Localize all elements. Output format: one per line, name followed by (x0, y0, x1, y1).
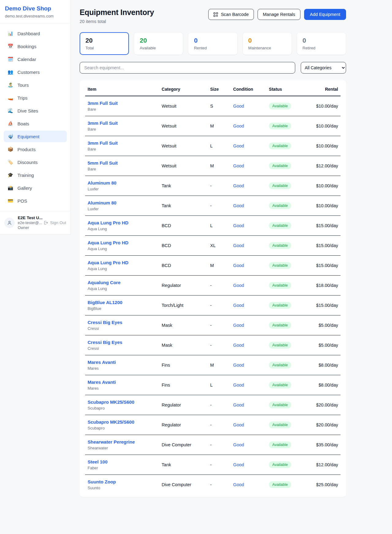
item-name-link[interactable]: Shearwater Peregrine (88, 439, 157, 444)
stat-card-available[interactable]: 20Available (134, 32, 183, 55)
sidebar-item-pos[interactable]: 💳POS (4, 195, 67, 207)
speedboat-icon: 🚤 (7, 95, 13, 101)
item-name-link[interactable]: Aqua Lung Pro HD (88, 260, 157, 265)
stat-card-retired[interactable]: 0Retired (297, 32, 346, 55)
item-condition-link[interactable]: Good (233, 303, 244, 308)
sidebar-item-gallery[interactable]: 📸Gallery (4, 182, 67, 194)
stat-card-total[interactable]: 20Total (80, 32, 129, 55)
item-condition-link[interactable]: Good (233, 462, 244, 467)
item-brand: Mares (88, 366, 157, 371)
sidebar-item-calendar[interactable]: 🗓️Calendar (4, 53, 67, 65)
item-condition-link[interactable]: Good (233, 163, 244, 168)
item-brand: Faber (88, 466, 157, 470)
column-header-size: Size (208, 82, 231, 96)
sidebar-item-label: Dive Sites (17, 108, 38, 113)
sidebar-item-label: Gallery (17, 185, 32, 191)
search-input[interactable] (80, 62, 295, 74)
sidebar-item-label: Discounts (17, 160, 38, 165)
item-name-link[interactable]: Aqua Lung Pro HD (88, 240, 157, 245)
sidebar-item-discounts[interactable]: 🏷️Discounts (4, 156, 67, 168)
item-condition-link[interactable]: Good (233, 482, 244, 487)
scan-barcode-button[interactable]: Scan Barcode (208, 9, 254, 20)
avatar (4, 218, 15, 228)
item-brand: Luxfer (88, 207, 157, 211)
item-condition-link[interactable]: Good (233, 283, 244, 288)
table-row: Steel 100FaberTank-GoodAvailable$12.00/d… (85, 455, 341, 475)
item-name-link[interactable]: Aluminum 80 (88, 200, 157, 205)
sidebar-item-customers[interactable]: 👥Customers (4, 66, 67, 78)
item-name-link[interactable]: Steel 100 (88, 459, 157, 464)
stat-card-rented[interactable]: 0Rented (188, 32, 237, 55)
item-condition-link[interactable]: Good (233, 363, 244, 368)
item-condition-link[interactable]: Good (233, 323, 244, 328)
manage-rentals-button[interactable]: Manage Rentals (258, 9, 300, 20)
item-name-link[interactable]: Mares Avanti (88, 360, 157, 365)
item-rental-price: $12.00/day (305, 156, 341, 176)
add-equipment-button[interactable]: Add Equipment (304, 9, 346, 20)
item-category: Torch/Light (159, 296, 208, 315)
sidebar-item-tours[interactable]: 🏝️Tours (4, 79, 67, 91)
item-brand: Scubapro (88, 406, 157, 410)
status-badge: Available (269, 322, 291, 329)
item-name-link[interactable]: Scubapro MK25/S600 (88, 419, 157, 425)
item-brand: Aqua Lung (88, 227, 157, 231)
item-condition-link[interactable]: Good (233, 402, 244, 407)
sidebar-item-dashboard[interactable]: 📊Dashboard (4, 28, 67, 39)
sidebar-item-trips[interactable]: 🚤Trips (4, 92, 67, 104)
table-row: 3mm Full SuitBareWetsuitSGoodAvailable$1… (85, 96, 341, 116)
sidebar-item-boats[interactable]: ⛵Boats (4, 118, 67, 129)
table-row: Aqua Lung Pro HDAqua LungBCDLGoodAvailab… (85, 216, 341, 236)
sign-out-button[interactable]: Sign Out (43, 220, 66, 225)
item-name-link[interactable]: 3mm Full Suit (88, 140, 157, 146)
item-condition-link[interactable]: Good (233, 124, 244, 128)
item-category: Tank (159, 176, 208, 196)
item-brand: Aqua Lung (88, 286, 157, 291)
item-condition-link[interactable]: Good (233, 422, 244, 427)
item-condition-link[interactable]: Good (233, 442, 244, 447)
item-name-link[interactable]: Aqualung Core (88, 280, 157, 285)
item-name-link[interactable]: Aluminum 80 (88, 180, 157, 185)
item-size: - (208, 296, 231, 315)
sidebar-item-label: Tours (17, 82, 29, 88)
item-condition-link[interactable]: Good (233, 263, 244, 268)
item-name-link[interactable]: Cressi Big Eyes (88, 340, 157, 345)
item-condition-link[interactable]: Good (233, 383, 244, 387)
item-name-link[interactable]: 5mm Full Suit (88, 160, 157, 166)
item-rental-price: $15.00/day (305, 256, 341, 276)
item-name-link[interactable]: 3mm Full Suit (88, 101, 157, 106)
item-name-link[interactable]: Cressi Big Eyes (88, 320, 157, 325)
sidebar-item-training[interactable]: 🎓Training (4, 169, 67, 181)
item-category: BCD (159, 236, 208, 256)
item-brand: Shearwater (88, 446, 157, 450)
stat-value: 20 (85, 37, 123, 44)
item-size: M (208, 156, 231, 176)
status-badge: Available (269, 103, 291, 109)
stat-card-maintenance[interactable]: 0Maintenance (243, 32, 292, 55)
stat-label: Total (85, 46, 123, 50)
item-condition-link[interactable]: Good (233, 104, 244, 109)
item-condition-link[interactable]: Good (233, 243, 244, 248)
item-rental-price: $10.00/day (305, 176, 341, 196)
table-row: Aluminum 80LuxferTank-GoodAvailable$10.0… (85, 196, 341, 216)
item-condition-link[interactable]: Good (233, 183, 244, 188)
item-name-link[interactable]: Mares Avanti (88, 380, 157, 385)
sidebar-item-equipment[interactable]: 🤿Equipment (4, 131, 67, 142)
item-category: Dive Computer (159, 435, 208, 455)
sidebar-item-dive-sites[interactable]: 🌊Dive Sites (4, 105, 67, 116)
item-condition-link[interactable]: Good (233, 203, 244, 208)
item-name-link[interactable]: BigBlue AL1200 (88, 300, 157, 305)
item-condition-link[interactable]: Good (233, 223, 244, 228)
item-condition-link[interactable]: Good (233, 143, 244, 148)
table-row: Aluminum 80LuxferTank-GoodAvailable$10.0… (85, 176, 341, 196)
table-row: Shearwater PeregrineShearwaterDive Compu… (85, 435, 341, 455)
sidebar-item-bookings[interactable]: 📅Bookings (4, 40, 67, 52)
item-name-link[interactable]: Aqua Lung Pro HD (88, 220, 157, 225)
item-condition-link[interactable]: Good (233, 343, 244, 348)
sidebar-item-label: Calendar (17, 57, 36, 62)
item-name-link[interactable]: Scubapro MK25/S600 (88, 399, 157, 405)
item-name-link[interactable]: Suunto Zoop (88, 479, 157, 484)
category-select[interactable]: All Categories (301, 62, 346, 74)
item-name-link[interactable]: 3mm Full Suit (88, 120, 157, 126)
sidebar-item-products[interactable]: 📦Products (4, 143, 67, 155)
brand-title[interactable]: Demo Dive Shop (5, 5, 66, 12)
